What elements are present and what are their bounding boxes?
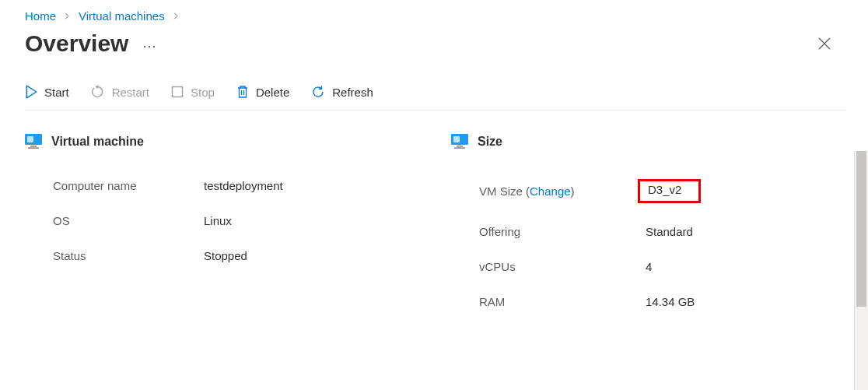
svg-rect-3 [30,146,37,147]
svg-rect-7 [457,146,463,147]
computer-name-value: testdeployment [204,179,283,192]
start-label: Start [44,86,69,99]
prop-row-offering: Offering Standard [451,214,846,249]
svg-rect-4 [28,147,39,149]
prop-row-ram: RAM 14.34 GB [451,284,846,319]
breadcrumb: Home Virtual machines [25,9,846,23]
vcpus-value: 4 [646,260,652,273]
stop-label: Stop [191,86,215,99]
refresh-icon [311,85,325,99]
chevron-right-icon [64,10,71,22]
refresh-button[interactable]: Refresh [311,85,373,99]
os-label: OS [25,214,204,227]
offering-value: Standard [646,225,693,238]
delete-label: Delete [256,86,289,99]
more-actions-icon[interactable]: ⋯ [142,34,157,53]
status-value: Stopped [204,249,247,262]
refresh-label: Refresh [332,86,373,99]
page-title: Overview [25,30,128,57]
chevron-right-icon [173,10,180,22]
monitor-icon [451,134,468,149]
prop-row-vm-size: VM Size (Change) D3_v2 [451,168,846,214]
restart-label: Restart [112,86,149,99]
svg-rect-8 [454,147,465,149]
size-section: Size VM Size (Change) D3_v2 Offering Sta… [451,134,846,319]
trash-icon [236,85,249,99]
restart-icon [91,85,105,99]
start-button[interactable]: Start [25,85,69,99]
size-section-title: Size [478,135,502,149]
os-value: Linux [204,214,232,227]
status-label: Status [25,249,204,262]
prop-row-os: OS Linux [25,203,420,238]
play-icon [25,85,37,99]
svg-rect-0 [173,87,183,97]
restart-button: Restart [91,85,149,99]
stop-button: Stop [171,86,215,99]
scrollbar-thumb[interactable] [856,151,866,307]
stop-icon [171,86,184,98]
vm-section-title: Virtual machine [51,135,144,149]
delete-button[interactable]: Delete [236,85,289,99]
virtual-machine-section: Virtual machine Computer name testdeploy… [25,134,420,319]
svg-rect-6 [453,136,460,142]
breadcrumb-home[interactable]: Home [25,9,56,23]
breadcrumb-virtual-machines[interactable]: Virtual machines [79,9,165,23]
offering-label: Offering [451,225,646,238]
vm-size-highlight: D3_v2 [638,179,701,203]
toolbar: Start Restart Stop Delete [25,85,846,111]
ram-label: RAM [451,295,646,308]
computer-name-label: Computer name [25,179,204,192]
close-button[interactable] [817,36,832,51]
scrollbar[interactable] [854,151,868,390]
prop-row-vcpus: vCPUs 4 [451,249,846,284]
monitor-icon [25,134,42,149]
change-link[interactable]: Change [530,184,571,198]
close-icon [818,37,831,50]
svg-rect-2 [27,136,33,142]
vcpus-label: vCPUs [451,260,646,273]
ram-value: 14.34 GB [646,295,695,308]
vm-size-label: VM Size (Change) [451,184,646,198]
vm-size-value: D3_v2 [646,179,701,203]
prop-row-computer-name: Computer name testdeployment [25,168,420,203]
prop-row-status: Status Stopped [25,238,420,273]
